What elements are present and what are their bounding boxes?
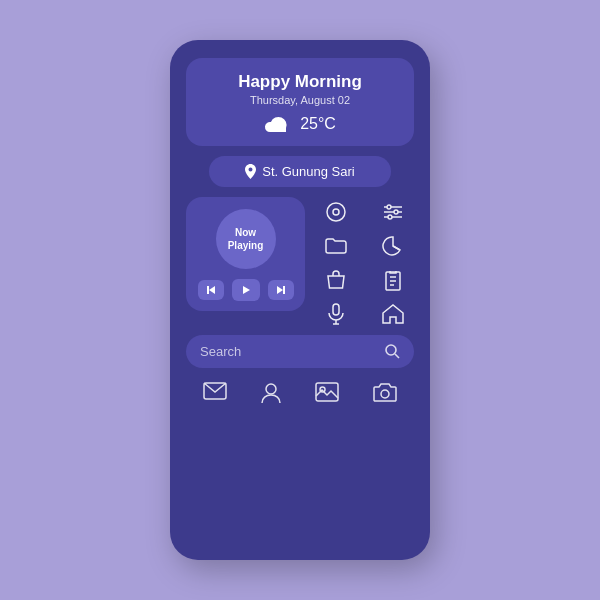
cloud-icon [264,114,292,134]
svg-marker-2 [243,286,250,294]
svg-point-11 [394,210,398,214]
svg-marker-3 [277,286,283,294]
play-button[interactable] [232,279,260,301]
svg-rect-1 [207,286,209,294]
bottom-nav [186,378,414,406]
user-icon[interactable] [261,382,281,404]
search-icon[interactable] [385,344,400,359]
greeting-text: Happy Morning [202,72,398,92]
weather-card: Happy Morning Thursday, August 02 25°C [186,58,414,146]
mic-icon[interactable] [327,303,345,325]
svg-line-21 [395,354,399,358]
location-pill[interactable]: St. Gunung Sari [209,156,391,187]
phone-container: Happy Morning Thursday, August 02 25°C S… [170,40,430,560]
svg-rect-17 [333,304,339,315]
next-button[interactable] [268,280,294,300]
image-icon[interactable] [315,382,339,404]
pie-chart-icon[interactable] [382,235,404,257]
svg-point-12 [388,215,392,219]
now-playing-label: Now Playing [216,226,276,252]
player-controls [198,279,294,301]
notes-icon[interactable] [384,269,402,291]
prev-button[interactable] [198,280,224,300]
disc-icon[interactable] [325,201,347,223]
middle-row: Now Playing [186,197,414,325]
music-player: Now Playing [186,197,305,311]
mail-icon[interactable] [203,382,227,404]
pin-icon [245,164,256,179]
search-bar[interactable] [186,335,414,368]
location-label: St. Gunung Sari [262,164,355,179]
temp-row: 25°C [202,114,398,134]
album-art: Now Playing [216,209,276,269]
camera-icon[interactable] [373,382,397,404]
home-icon[interactable] [382,304,404,324]
svg-point-10 [387,205,391,209]
svg-point-6 [333,209,339,215]
svg-rect-4 [283,286,285,294]
sliders-icon[interactable] [382,203,404,221]
svg-point-26 [381,390,389,398]
folder-icon[interactable] [325,237,347,255]
svg-point-5 [327,203,345,221]
app-icons-grid [315,197,414,325]
temperature-text: 25°C [300,115,336,133]
search-input[interactable] [200,344,377,359]
bag-icon[interactable] [326,269,346,291]
date-text: Thursday, August 02 [202,94,398,106]
svg-point-20 [386,345,396,355]
svg-point-23 [266,384,276,394]
svg-marker-0 [209,286,215,294]
